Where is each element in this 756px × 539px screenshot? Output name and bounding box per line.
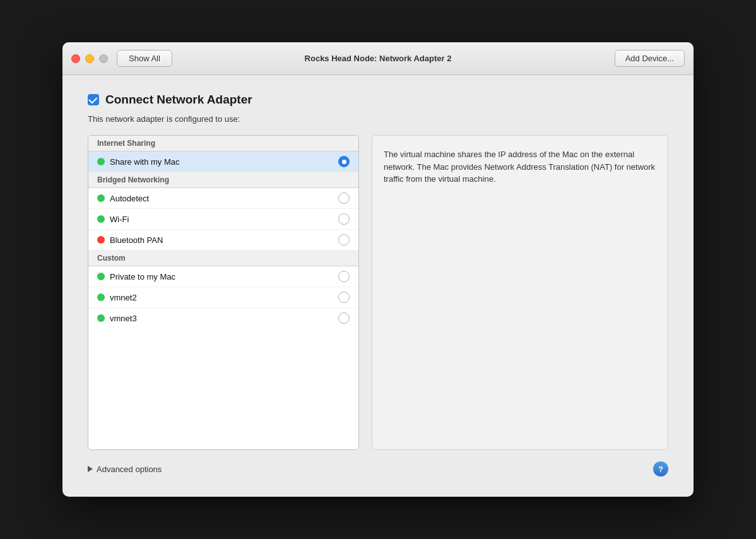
network-item-vmnet2[interactable]: vmnet2 [88, 287, 358, 308]
main-area: Internet Sharing Share with my Mac Bridg… [88, 135, 668, 450]
minimize-button[interactable] [85, 54, 94, 63]
status-dot-green [97, 158, 105, 165]
network-item-label: Bluetooth PAN [110, 235, 333, 245]
group-header-internet-sharing: Internet Sharing [88, 136, 358, 151]
traffic-lights [71, 54, 108, 63]
maximize-button[interactable] [99, 54, 108, 63]
radio-selected-icon [338, 156, 350, 167]
radio-unselected-icon [338, 292, 350, 303]
content-area: Connect Network Adapter This network ada… [62, 75, 694, 497]
status-dot-green [97, 215, 105, 223]
radio-unselected-icon [338, 271, 350, 282]
footer: Advanced options ? [88, 461, 668, 479]
main-window: Show All Rocks Head Node: Network Adapte… [62, 42, 694, 497]
description-text: The virtual machine shares the IP addres… [384, 148, 656, 186]
connect-checkbox[interactable] [88, 94, 99, 105]
description-box: The virtual machine shares the IP addres… [372, 135, 668, 450]
status-dot-green [97, 293, 105, 301]
window-title: Rocks Head Node: Network Adapter 2 [305, 54, 452, 63]
show-all-button[interactable]: Show All [117, 50, 172, 67]
status-dot-green [97, 194, 105, 202]
group-header-bridged: Bridged Networking [88, 172, 358, 188]
connect-title: Connect Network Adapter [105, 93, 252, 107]
connect-header: Connect Network Adapter [88, 93, 668, 107]
help-button[interactable]: ? [653, 461, 668, 477]
network-item-label: vmnet2 [110, 293, 333, 302]
network-item-label: Private to my Mac [110, 272, 333, 281]
status-dot-red [97, 236, 105, 244]
status-dot-green [97, 273, 105, 280]
advanced-options-label: Advanced options [97, 465, 162, 474]
advanced-options[interactable]: Advanced options [88, 465, 162, 474]
network-item-label: Wi-Fi [110, 215, 333, 224]
network-item-private-mac[interactable]: Private to my Mac [88, 266, 358, 287]
network-item-label: Autodetect [110, 194, 333, 203]
radio-unselected-icon [338, 312, 350, 324]
radio-unselected-icon [338, 234, 350, 246]
network-item-wifi[interactable]: Wi-Fi [88, 209, 358, 230]
network-list: Internet Sharing Share with my Mac Bridg… [88, 135, 359, 450]
network-item-label: Share with my Mac [110, 157, 333, 167]
subtitle: This network adapter is configured to us… [88, 114, 668, 124]
network-item-label: vmnet3 [110, 314, 333, 323]
network-item-vmnet3[interactable]: vmnet3 [88, 308, 358, 328]
close-button[interactable] [71, 54, 80, 63]
group-header-custom: Custom [88, 251, 358, 266]
triangle-icon [88, 466, 93, 472]
titlebar: Show All Rocks Head Node: Network Adapte… [62, 42, 694, 75]
network-item-autodetect[interactable]: Autodetect [88, 188, 358, 209]
radio-unselected-icon [338, 213, 350, 225]
network-item-share-mac[interactable]: Share with my Mac [88, 151, 358, 172]
radio-unselected-icon [338, 192, 350, 204]
status-dot-green [97, 314, 105, 322]
network-item-bluetooth[interactable]: Bluetooth PAN [88, 230, 358, 251]
add-device-button[interactable]: Add Device... [615, 50, 685, 67]
